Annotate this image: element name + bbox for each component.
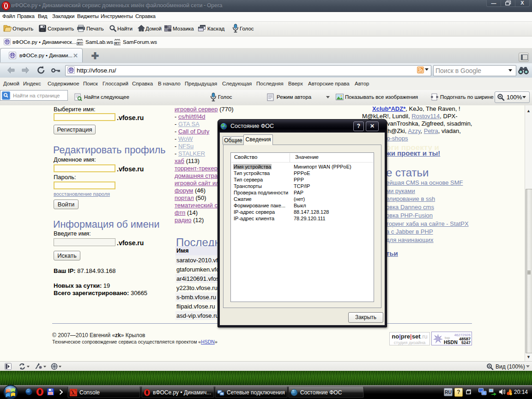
svg-text:LAB: LAB xyxy=(77,42,84,45)
svg-text:LAB: LAB xyxy=(115,42,121,45)
